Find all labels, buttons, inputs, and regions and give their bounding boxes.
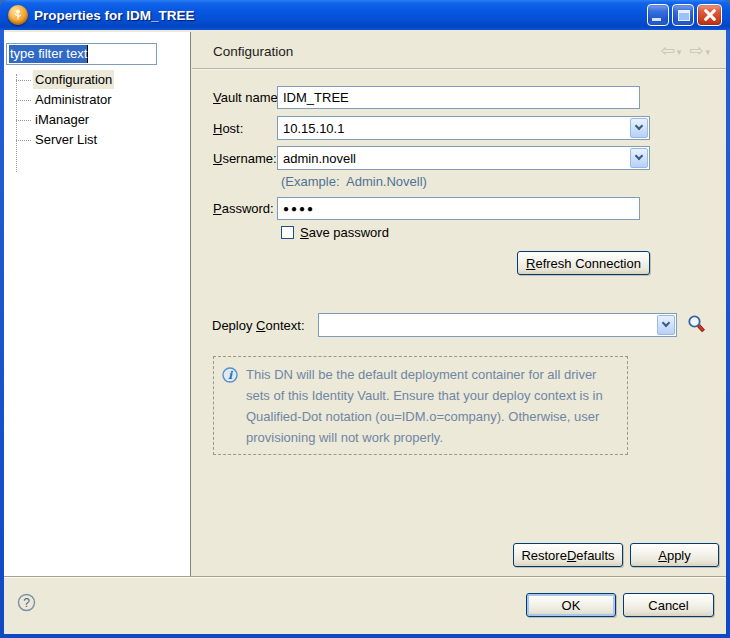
deploy-context-label: Deploy Context: (212, 318, 305, 333)
sidebar-item-server-list[interactable]: Server List (4, 130, 190, 150)
username-dropdown-button[interactable] (630, 148, 648, 168)
apply-button[interactable]: Apply (630, 543, 719, 567)
window-title: Properties for IDM_TREE (34, 8, 647, 23)
forward-history-dropdown-icon[interactable]: ▾ (705, 47, 710, 57)
host-dropdown-button[interactable] (630, 118, 648, 138)
back-history-dropdown-icon[interactable]: ▾ (677, 47, 682, 57)
sidebar-item-administrator[interactable]: Administrator (4, 90, 190, 110)
svg-text:?: ? (23, 596, 30, 610)
info-icon: i (222, 367, 238, 383)
password-label: Password: (213, 201, 274, 216)
cancel-button[interactable]: Cancel (623, 593, 714, 617)
chevron-down-icon (635, 122, 643, 130)
minimize-icon (652, 18, 661, 21)
host-label: Host: (213, 121, 243, 136)
back-arrow-icon[interactable]: ⇦ (660, 40, 674, 61)
help-button[interactable]: ? (17, 593, 36, 612)
forward-arrow-icon[interactable]: ⇨ (689, 40, 703, 61)
configuration-panel: Configuration ⇦ ▾ ⇨ ▾ Vault name: Host: … (192, 32, 726, 576)
checkbox-box[interactable] (281, 226, 294, 239)
sidebar-item-imanager[interactable]: iManager (4, 110, 190, 130)
filter-input[interactable]: type filter text (6, 43, 157, 65)
ok-button[interactable]: OK (526, 593, 616, 617)
password-input[interactable]: ●●●● (277, 197, 640, 220)
browse-deploy-context-button[interactable] (686, 314, 708, 337)
host-combobox[interactable]: 10.15.10.1 (277, 116, 650, 140)
close-button[interactable] (697, 4, 722, 26)
magnifier-icon (686, 314, 708, 337)
username-example-hint: (Example: Admin.Novell) (281, 174, 427, 189)
panel-header: Configuration ⇦ ▾ ⇨ ▾ (192, 32, 726, 69)
question-mark-icon: ? (17, 593, 36, 612)
chevron-down-icon (635, 152, 643, 160)
dialog-button-bar: ? OK Cancel (4, 576, 726, 634)
filter-input-selected-text: type filter text (9, 45, 88, 63)
username-label: Username: (213, 151, 277, 166)
deploy-context-note: i This DN will be the default deployment… (213, 356, 628, 455)
restore-defaults-button[interactable]: Restore Defaults (513, 543, 623, 567)
properties-tree: Configuration Administrator iManager Ser… (4, 70, 190, 150)
vault-name-label: Vault name: (213, 90, 281, 105)
refresh-connection-button[interactable]: Refresh Connection (517, 251, 650, 275)
vault-name-input[interactable] (277, 86, 640, 109)
title-bar: Properties for IDM_TREE (0, 0, 730, 30)
sidebar: type filter text Configuration Administr… (4, 32, 191, 576)
save-password-label: Save password (300, 225, 389, 240)
minimize-button[interactable] (647, 4, 669, 26)
deploy-context-combobox[interactable] (318, 313, 677, 337)
deploy-context-dropdown-button[interactable] (657, 315, 675, 335)
chevron-down-icon (662, 319, 670, 327)
save-password-checkbox[interactable]: Save password (281, 225, 389, 240)
properties-dialog-window: Properties for IDM_TREE type filter text… (0, 0, 730, 638)
note-text: This DN will be the default deployment c… (246, 364, 619, 448)
sidebar-item-configuration[interactable]: Configuration (4, 70, 190, 90)
novell-designer-tree-icon (8, 5, 28, 25)
dialog-content: type filter text Configuration Administr… (4, 30, 726, 634)
page-title: Configuration (213, 44, 293, 59)
maximize-button[interactable] (672, 4, 694, 26)
maximize-icon (678, 10, 690, 21)
username-combobox[interactable]: admin.novell (277, 146, 650, 170)
